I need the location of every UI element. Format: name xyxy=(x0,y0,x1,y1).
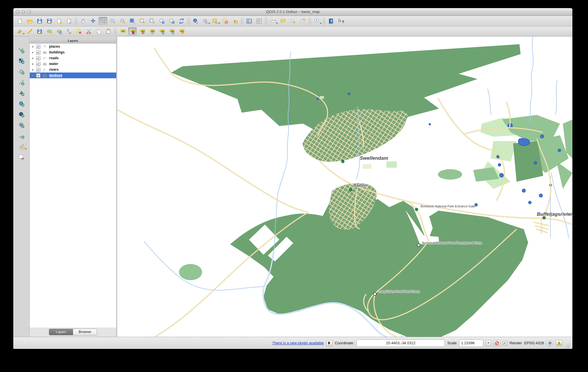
new-bookmark-icon[interactable] xyxy=(289,17,297,25)
expand-arrow-icon[interactable]: ▶ xyxy=(32,68,34,71)
svg-text:,: , xyxy=(19,133,21,138)
pan-to-selection-icon[interactable] xyxy=(89,17,97,25)
expand-arrow-icon[interactable]: ▶ xyxy=(32,57,34,59)
add-mssql-layer-icon[interactable] xyxy=(16,89,26,97)
refresh-icon[interactable] xyxy=(177,17,186,25)
new-project-icon[interactable] xyxy=(16,17,24,25)
zoom-full-icon[interactable] xyxy=(128,17,137,25)
zoom-to-layer-icon[interactable] xyxy=(148,17,156,25)
layer-row-water[interactable]: ▶✓water xyxy=(30,61,116,67)
zoom-to-selection-icon[interactable] xyxy=(138,17,147,25)
render-checkbox[interactable]: ✓ xyxy=(503,341,507,345)
show-bookmarks-icon[interactable] xyxy=(298,17,307,25)
add-spatialite-layer-icon[interactable] xyxy=(16,78,26,87)
zoom-native-icon[interactable]: 1:1 xyxy=(118,17,127,25)
current-edits-icon[interactable] xyxy=(16,27,24,36)
crs-status-label: EPSG:4326 xyxy=(524,341,544,345)
toggle-editing-icon[interactable] xyxy=(25,27,34,36)
title-bar[interactable]: QGIS 2.0.1-Dufour – basic_map xyxy=(13,8,572,16)
save-layer-edits-icon[interactable] xyxy=(35,27,44,36)
layer-row-roads[interactable]: ▶✓roads xyxy=(30,55,116,61)
add-wfs-layer-icon[interactable] xyxy=(16,121,26,129)
zoom-next-icon[interactable] xyxy=(167,17,176,25)
measure-icon[interactable] xyxy=(269,17,278,25)
layer-row-buildings[interactable]: ▶✓buildings xyxy=(30,49,116,55)
tab-layers[interactable]: Layers xyxy=(49,329,73,335)
deselect-features-icon[interactable] xyxy=(221,17,230,25)
layer-visibility-checkbox[interactable]: ✓ xyxy=(36,56,40,60)
layer-label: roads xyxy=(49,56,59,60)
map-tips-icon[interactable] xyxy=(279,17,287,25)
tab-browser[interactable]: Browser xyxy=(73,329,97,335)
add-postgis-layer-icon[interactable] xyxy=(16,67,26,76)
change-label-icon[interactable]: abc xyxy=(177,27,186,36)
attribute-table-icon[interactable] xyxy=(245,17,254,25)
select-by-expression-icon[interactable]: ε xyxy=(231,17,239,25)
show-hide-labels-icon[interactable]: abc xyxy=(148,27,156,36)
layer-visibility-checkbox[interactable]: ✓ xyxy=(36,44,40,49)
copy-features-icon[interactable] xyxy=(94,27,103,36)
node-tool-icon[interactable] xyxy=(65,27,73,36)
map-label: Bontebok National Park Entrance Gate xyxy=(421,204,476,208)
run-feature-action-icon[interactable] xyxy=(201,17,210,25)
zoom-out-icon[interactable] xyxy=(108,17,117,25)
pan-map-icon[interactable] xyxy=(79,17,88,25)
crs-status-icon[interactable] xyxy=(546,340,553,346)
add-delimited-text-layer-icon[interactable]: , xyxy=(16,131,26,140)
delete-selected-icon[interactable] xyxy=(75,27,83,36)
help-contents-icon[interactable]: ? xyxy=(327,17,335,25)
scale-input[interactable] xyxy=(459,339,483,347)
expand-arrow-icon[interactable]: ▶ xyxy=(32,45,34,48)
highlight-pinned-labels-icon[interactable]: abc xyxy=(138,27,147,36)
labeling-options-icon[interactable]: abc xyxy=(118,27,127,36)
svg-text:1:1: 1:1 xyxy=(121,20,123,21)
layer-row-rivers[interactable]: ▶✓rivers xyxy=(30,67,116,72)
zoom-last-icon[interactable] xyxy=(158,17,166,25)
open-project-icon[interactable] xyxy=(25,17,34,25)
expand-arrow-icon[interactable]: ▶ xyxy=(32,51,34,54)
layer-visibility-checkbox[interactable]: ✓ xyxy=(36,68,40,72)
stop-render-icon[interactable] xyxy=(493,340,500,346)
new-composer-icon[interactable] xyxy=(55,17,64,25)
svg-text:abc: abc xyxy=(180,30,184,32)
layer-row-landuse[interactable]: ▶✓landuse xyxy=(30,72,116,78)
expand-arrow-icon[interactable]: ▶ xyxy=(32,63,34,65)
coordinate-input[interactable] xyxy=(356,339,445,347)
new-spatialite-layer-icon[interactable] xyxy=(16,142,26,151)
text-annotation-icon[interactable]: T xyxy=(313,17,321,25)
layer-visibility-checkbox[interactable]: ✓ xyxy=(36,73,40,78)
plugin-available-link[interactable]: There is a new plugin available xyxy=(272,341,324,345)
panel-tabs: Layers Browser xyxy=(30,329,116,335)
field-calculator-icon[interactable] xyxy=(255,17,263,25)
rotate-label-icon[interactable]: abc xyxy=(167,27,176,36)
paste-features-icon[interactable] xyxy=(104,27,113,36)
save-project-icon[interactable] xyxy=(35,17,44,25)
save-project-as-icon[interactable] xyxy=(45,17,54,25)
svg-text:abc: abc xyxy=(161,30,164,32)
scale-dropdown-button[interactable]: ▼ xyxy=(486,340,491,346)
add-wcs-layer-icon[interactable] xyxy=(16,110,26,119)
remove-layer-icon[interactable] xyxy=(16,153,26,161)
cut-features-icon[interactable] xyxy=(84,27,93,36)
plugin-icon[interactable] xyxy=(326,340,332,346)
move-label-icon[interactable]: abc xyxy=(158,27,166,36)
layer-visibility-checkbox[interactable]: ✓ xyxy=(36,62,40,66)
add-raster-layer-icon[interactable] xyxy=(16,57,26,65)
map-canvas[interactable]: SwellendamRailtonBontebok National Park … xyxy=(117,37,572,337)
layer-visibility-checkbox[interactable]: ✓ xyxy=(36,50,40,55)
add-vector-layer-icon[interactable] xyxy=(16,46,26,55)
identify-features-icon[interactable]: i xyxy=(191,17,200,25)
select-features-icon[interactable] xyxy=(211,17,220,25)
add-wms-layer-icon[interactable] xyxy=(16,99,26,108)
pin-labels-icon[interactable]: abc xyxy=(128,27,137,36)
whats-this-icon[interactable]: ? xyxy=(336,17,345,25)
layer-row-places[interactable]: ▶✓places xyxy=(30,44,116,49)
messages-warning-icon[interactable] xyxy=(556,340,563,346)
add-feature-icon[interactable] xyxy=(45,27,54,36)
resize-grip[interactable] xyxy=(565,343,569,348)
expand-arrow-icon[interactable]: ▶ xyxy=(32,74,34,77)
zoom-in-icon[interactable] xyxy=(99,17,107,25)
desktop: QGIS 2.0.1-Dufour – basic_map 1:1iεT?? a… xyxy=(0,0,588,372)
composer-manager-icon[interactable] xyxy=(65,17,73,25)
move-feature-icon[interactable] xyxy=(55,27,64,36)
